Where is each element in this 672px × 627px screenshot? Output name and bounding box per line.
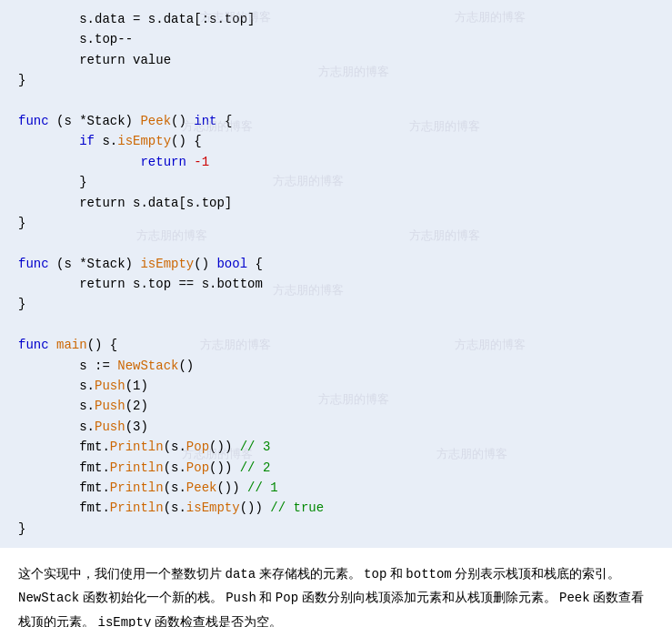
code-line: return s.top == s.bottom: [18, 274, 654, 294]
code-line: s.data = s.data[:s.top]: [18, 9, 654, 29]
code-line: }: [18, 213, 654, 233]
desc-code-bottom: bottom: [406, 567, 451, 581]
description-block: 这个实现中，我们使用一个整数切片 data 来存储栈的元素。 top 和 bot…: [0, 548, 672, 627]
code-line: }: [18, 70, 654, 90]
code-line: s.Push(3): [18, 417, 654, 437]
code-line: return value: [18, 50, 654, 70]
code-container: s.data = s.data[:s.top] s.top-- return v…: [18, 9, 654, 539]
code-line: func (s *Stack) isEmpty() bool {: [18, 254, 654, 274]
code-line: fmt.Println(s.isEmpty()) // true: [18, 498, 654, 518]
code-line: return s.data[s.top]: [18, 193, 654, 213]
code-line: func main() {: [18, 335, 654, 355]
code-line: s.Push(2): [18, 396, 654, 416]
code-line: if s.isEmpty() {: [18, 131, 654, 151]
code-line: s.Push(1): [18, 376, 654, 396]
code-line: [18, 315, 654, 335]
code-line: func (s *Stack) Peek() int {: [18, 111, 654, 131]
desc-code-pop: Pop: [276, 591, 298, 605]
desc-code-top: top: [364, 567, 386, 581]
desc-code-isempty: isEmpty: [98, 615, 152, 627]
code-line: fmt.Println(s.Peek()) // 1: [18, 478, 654, 498]
code-line: return -1: [18, 152, 654, 172]
code-line: s.top--: [18, 29, 654, 49]
code-line: fmt.Println(s.Pop()) // 3: [18, 437, 654, 457]
desc-code-peek: Peek: [559, 591, 590, 605]
code-line: fmt.Println(s.Pop()) // 2: [18, 458, 654, 478]
code-block: 方志朋的博客 方志朋的博客 方志朋的博客 方志朋的博客 方志朋的博客 方志朋的博…: [0, 0, 672, 548]
code-line: [18, 91, 654, 111]
desc-code-newstack: NewStack: [18, 591, 79, 605]
desc-code-data: data: [226, 567, 256, 581]
code-line: }: [18, 172, 654, 192]
description-para1: 这个实现中，我们使用一个整数切片 data 来存储栈的元素。 top 和 bot…: [18, 562, 654, 627]
code-line: s := NewStack(): [18, 356, 654, 376]
code-line: [18, 233, 654, 253]
code-line: }: [18, 519, 654, 539]
code-line: }: [18, 294, 654, 314]
desc-code-push: Push: [226, 591, 256, 605]
